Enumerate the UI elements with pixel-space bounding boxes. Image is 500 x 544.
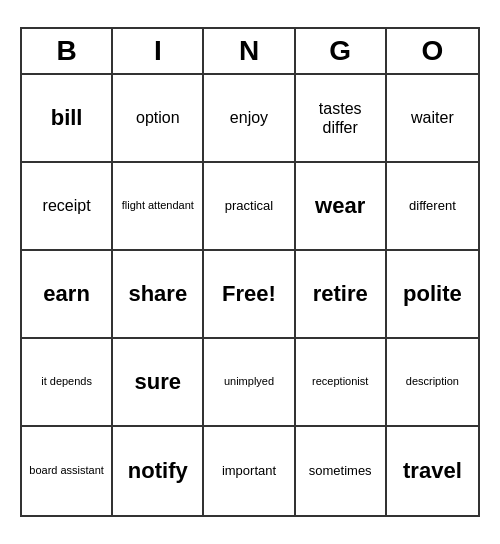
bingo-cell: receptionist: [296, 339, 387, 427]
bingo-cell: description: [387, 339, 478, 427]
header-letter: G: [296, 29, 387, 73]
bingo-cell: retire: [296, 251, 387, 339]
cell-text: option: [136, 108, 180, 127]
cell-text: waiter: [411, 108, 454, 127]
cell-text: notify: [128, 458, 188, 484]
header-letter: B: [22, 29, 113, 73]
cell-text: sure: [135, 369, 181, 395]
bingo-cell: important: [204, 427, 295, 515]
bingo-cell: bill: [22, 75, 113, 163]
bingo-header: BINGO: [22, 29, 478, 75]
bingo-cell: waiter: [387, 75, 478, 163]
bingo-cell: sure: [113, 339, 204, 427]
bingo-cell: unimplyed: [204, 339, 295, 427]
bingo-card: BINGO billoptionenjoytastes differwaiter…: [20, 27, 480, 517]
cell-text: it depends: [41, 375, 92, 388]
cell-text: Free!: [222, 281, 276, 307]
bingo-cell: notify: [113, 427, 204, 515]
cell-text: important: [222, 463, 276, 479]
cell-text: retire: [313, 281, 368, 307]
header-letter: N: [204, 29, 295, 73]
bingo-cell: receipt: [22, 163, 113, 251]
header-letter: O: [387, 29, 478, 73]
bingo-cell: polite: [387, 251, 478, 339]
bingo-cell: tastes differ: [296, 75, 387, 163]
bingo-cell: enjoy: [204, 75, 295, 163]
cell-text: wear: [315, 193, 365, 219]
cell-text: practical: [225, 198, 273, 214]
header-letter: I: [113, 29, 204, 73]
cell-text: polite: [403, 281, 462, 307]
bingo-cell: Free!: [204, 251, 295, 339]
cell-text: share: [128, 281, 187, 307]
bingo-cell: share: [113, 251, 204, 339]
cell-text: tastes differ: [300, 99, 381, 137]
cell-text: flight attendant: [122, 199, 194, 212]
cell-text: receptionist: [312, 375, 368, 388]
cell-text: description: [406, 375, 459, 388]
cell-text: bill: [51, 105, 83, 131]
bingo-cell: earn: [22, 251, 113, 339]
bingo-cell: practical: [204, 163, 295, 251]
cell-text: sometimes: [309, 463, 372, 479]
cell-text: unimplyed: [224, 375, 274, 388]
cell-text: enjoy: [230, 108, 268, 127]
bingo-cell: wear: [296, 163, 387, 251]
bingo-cell: it depends: [22, 339, 113, 427]
cell-text: receipt: [43, 196, 91, 215]
bingo-cell: travel: [387, 427, 478, 515]
bingo-cell: different: [387, 163, 478, 251]
cell-text: earn: [43, 281, 89, 307]
bingo-cell: board assistant: [22, 427, 113, 515]
bingo-cell: flight attendant: [113, 163, 204, 251]
cell-text: travel: [403, 458, 462, 484]
bingo-cell: option: [113, 75, 204, 163]
cell-text: different: [409, 198, 456, 214]
bingo-grid: billoptionenjoytastes differwaiterreceip…: [22, 75, 478, 515]
bingo-cell: sometimes: [296, 427, 387, 515]
cell-text: board assistant: [29, 464, 104, 477]
